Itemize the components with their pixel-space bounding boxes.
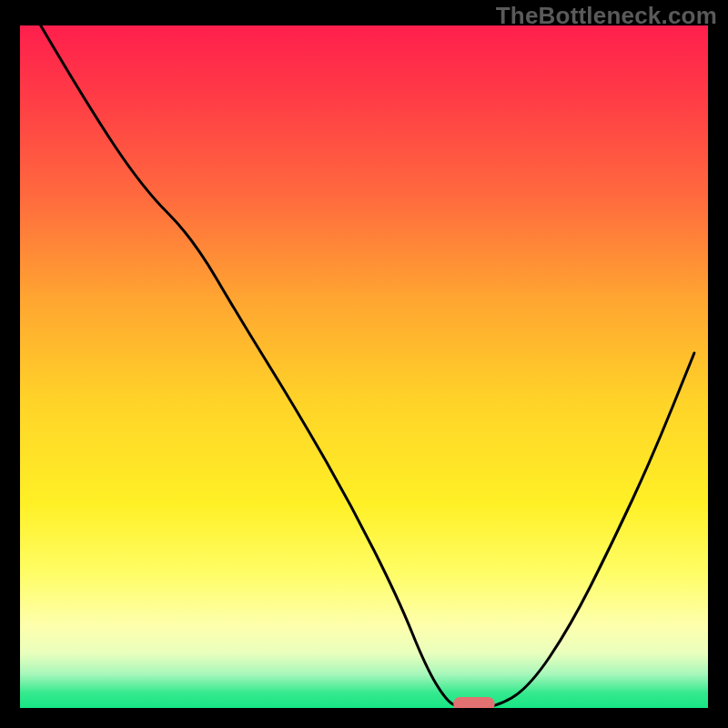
watermark-text: TheBottleneck.com — [496, 2, 717, 30]
chart-container: TheBottleneck.com — [0, 0, 728, 728]
chart-background-gradient — [20, 25, 708, 708]
